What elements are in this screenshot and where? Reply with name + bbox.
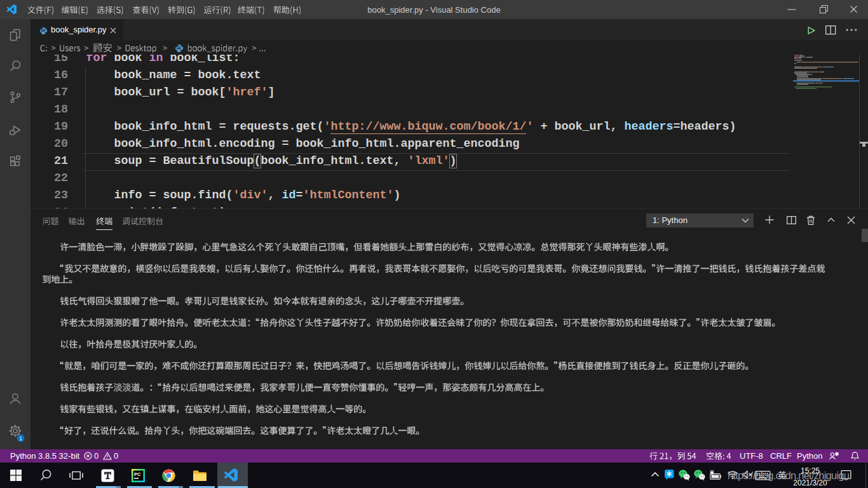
svg-text:PC: PC [134, 471, 141, 477]
svg-text:1: 1 [19, 435, 22, 442]
